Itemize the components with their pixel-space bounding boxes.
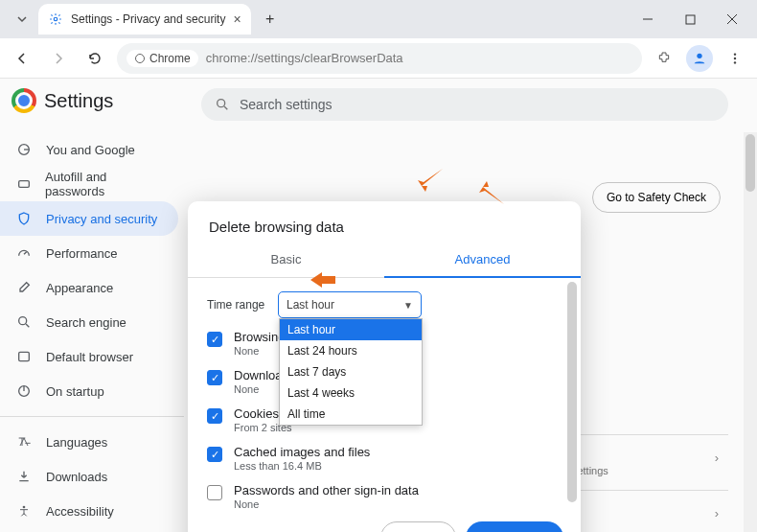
annotation-arrow-icon (309, 270, 335, 293)
forward-button[interactable] (44, 44, 73, 73)
svg-point-7 (734, 53, 736, 55)
svg-point-6 (697, 53, 701, 58)
time-range-label: Time range (207, 298, 268, 312)
chevron-down-icon: ▼ (403, 300, 413, 311)
dropdown-option-all-time[interactable]: All time (280, 404, 422, 425)
select-value: Last hour (287, 298, 334, 312)
window-titlebar: Settings - Privacy and security × + (0, 0, 757, 38)
address-bar[interactable]: Chrome chrome://settings/clearBrowserDat… (117, 43, 642, 74)
tab-title: Settings - Privacy and security (71, 12, 225, 26)
back-button[interactable] (8, 44, 36, 73)
extensions-button[interactable] (650, 44, 678, 73)
tab-label: Basic (271, 252, 302, 266)
clear-browsing-data-dialog: Delete browsing data Basic Advanced Time… (188, 201, 581, 532)
dropdown-option-last-24-hours[interactable]: Last 24 hours (280, 340, 422, 361)
minimize-button[interactable] (627, 0, 669, 38)
option-label: Passwords and other sign-in data (234, 483, 419, 497)
option-cached-images[interactable]: ✓Cached images and filesLess than 16.4 M… (207, 445, 562, 472)
new-tab-button[interactable]: + (257, 6, 284, 33)
annotation-arrow-icon (477, 179, 506, 210)
option-sub: Less than 16.4 MB (234, 460, 370, 472)
cancel-button[interactable]: Cancel (380, 521, 455, 532)
dialog-title: Delete browsing data (188, 201, 581, 243)
svg-point-0 (54, 17, 57, 21)
dropdown-option-last-4-weeks[interactable]: Last 4 weeks (280, 382, 422, 404)
tab-advanced[interactable]: Advanced (384, 243, 581, 278)
option-sub: None (234, 498, 419, 510)
tab-search-dropdown[interactable] (11, 6, 33, 33)
annotation-arrow-icon (416, 167, 445, 197)
dropdown-option-last-7-days[interactable]: Last 7 days (280, 361, 422, 382)
checkbox-icon[interactable] (207, 485, 222, 500)
svg-point-9 (734, 61, 736, 63)
option-passwords[interactable]: Passwords and other sign-in dataNone (207, 483, 562, 510)
tab-label: Advanced (455, 252, 511, 266)
svg-point-5 (136, 54, 145, 62)
gear-icon (48, 12, 63, 27)
url-text: chrome://settings/clearBrowserData (206, 51, 403, 65)
checkbox-icon[interactable]: ✓ (207, 332, 222, 347)
time-range-select[interactable]: Last hour ▼ Last hour Last 24 hours Last… (278, 291, 422, 318)
dropdown-option-last-hour[interactable]: Last hour (280, 319, 422, 340)
checkbox-icon[interactable]: ✓ (207, 447, 222, 462)
dialog-scrollbar[interactable] (567, 278, 579, 510)
checkbox-icon[interactable]: ✓ (207, 370, 222, 385)
profile-avatar[interactable] (686, 45, 713, 72)
close-window-button[interactable] (711, 0, 753, 38)
option-label: Cached images and files (234, 445, 370, 459)
checkbox-icon[interactable]: ✓ (207, 408, 222, 424)
close-icon[interactable]: × (233, 12, 241, 27)
time-range-dropdown: Last hour Last 24 hours Last 7 days Last… (279, 318, 423, 426)
reload-button[interactable] (80, 44, 109, 73)
site-chip[interactable]: Chrome (126, 50, 198, 67)
tab-basic[interactable]: Basic (188, 243, 384, 278)
svg-rect-2 (686, 15, 695, 24)
browser-tab[interactable]: Settings - Privacy and security × (38, 4, 251, 35)
maximize-button[interactable] (669, 0, 711, 38)
svg-point-8 (734, 57, 736, 58)
delete-data-button[interactable]: Delete data (466, 521, 564, 532)
site-chip-label: Chrome (149, 52, 191, 65)
menu-button[interactable] (721, 44, 749, 73)
browser-toolbar: Chrome chrome://settings/clearBrowserDat… (0, 38, 757, 79)
